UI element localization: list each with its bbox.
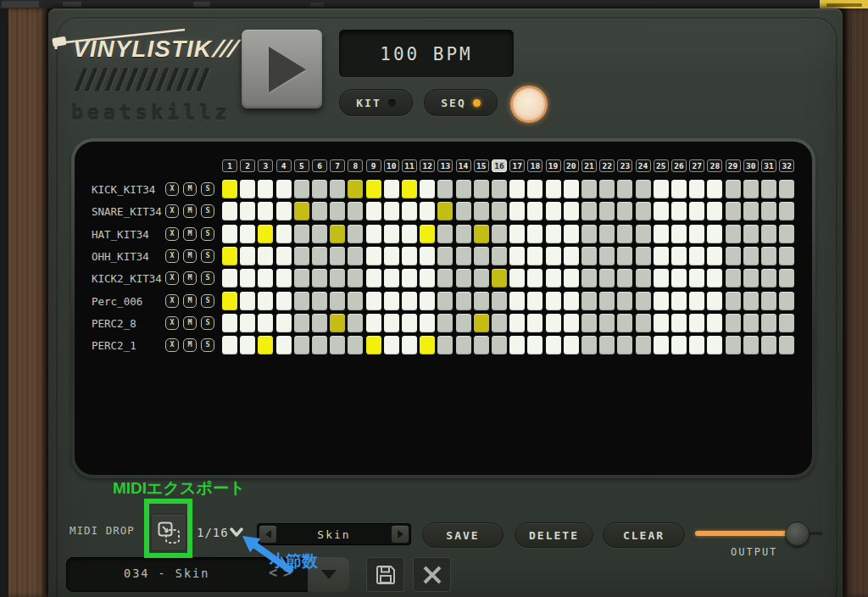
step-cell[interactable] [402, 180, 417, 198]
step-cell[interactable] [707, 314, 722, 332]
step-cell[interactable] [492, 314, 507, 332]
step-header-cell[interactable]: 31 [761, 159, 776, 172]
step-cell[interactable] [330, 269, 345, 287]
step-header-cell[interactable]: 25 [654, 159, 669, 172]
step-cell[interactable] [599, 292, 615, 310]
step-cell[interactable] [581, 292, 597, 310]
step-cell[interactable] [546, 247, 561, 265]
step-cell[interactable] [636, 225, 651, 243]
step-cell[interactable] [258, 202, 273, 220]
step-cell[interactable] [564, 269, 579, 287]
step-cell[interactable] [527, 269, 542, 287]
step-cell[interactable] [707, 180, 722, 198]
step-cell[interactable] [761, 247, 776, 265]
track-x-button[interactable]: X [165, 249, 179, 263]
step-cell[interactable] [294, 314, 309, 332]
step-cell[interactable] [636, 292, 651, 310]
step-cell[interactable] [726, 225, 741, 243]
step-cell[interactable] [437, 336, 453, 354]
step-cell[interactable] [258, 225, 273, 243]
step-cell[interactable] [779, 225, 794, 243]
step-cell[interactable] [384, 269, 399, 287]
step-cell[interactable] [761, 292, 776, 310]
step-cell[interactable] [456, 292, 471, 310]
step-cell[interactable] [636, 314, 651, 332]
track-s-button[interactable]: S [201, 204, 214, 218]
step-cell[interactable] [492, 292, 507, 310]
step-cell[interactable] [402, 202, 417, 220]
step-cell[interactable] [258, 247, 273, 265]
step-cell[interactable] [330, 314, 345, 332]
step-cell[interactable] [546, 180, 561, 198]
step-cell[interactable] [276, 314, 292, 332]
step-cell[interactable] [636, 202, 651, 220]
step-cell[interactable] [509, 269, 525, 287]
step-header-cell[interactable]: 3 [258, 159, 273, 172]
step-header-cell[interactable]: 10 [384, 159, 399, 172]
step-cell[interactable] [564, 247, 579, 265]
track-s-button[interactable]: S [201, 294, 214, 308]
step-cell[interactable] [743, 247, 759, 265]
step-cell[interactable] [312, 269, 327, 287]
step-cell[interactable] [599, 336, 615, 354]
step-cell[interactable] [509, 247, 525, 265]
step-cell[interactable] [474, 180, 489, 198]
step-cell[interactable] [437, 202, 453, 220]
preset-close-button[interactable] [413, 557, 451, 592]
step-cell[interactable] [240, 336, 255, 354]
step-cell[interactable] [348, 225, 363, 243]
step-cell[interactable] [258, 336, 273, 354]
track-m-button[interactable]: M [183, 271, 197, 285]
step-cell[interactable] [509, 225, 525, 243]
step-cell[interactable] [420, 180, 435, 198]
step-cell[interactable] [258, 269, 273, 287]
track-m-button[interactable]: M [183, 204, 197, 218]
step-cell[interactable] [599, 225, 615, 243]
step-cell[interactable] [761, 269, 776, 287]
step-header-cell[interactable]: 23 [617, 159, 632, 172]
step-cell[interactable] [276, 292, 292, 310]
step-header-cell[interactable]: 15 [474, 159, 489, 172]
step-cell[interactable] [384, 225, 399, 243]
step-cell[interactable] [617, 314, 632, 332]
step-cell[interactable] [330, 202, 345, 220]
output-slider-knob[interactable] [785, 522, 810, 546]
step-cell[interactable] [779, 180, 794, 198]
step-cell[interactable] [779, 202, 794, 220]
step-cell[interactable] [222, 336, 237, 354]
step-cell[interactable] [636, 336, 651, 354]
track-x-button[interactable]: X [165, 227, 179, 241]
step-cell[interactable] [689, 314, 704, 332]
step-cell[interactable] [779, 336, 794, 354]
step-cell[interactable] [276, 202, 292, 220]
track-x-button[interactable]: X [165, 294, 179, 308]
step-cell[interactable] [312, 314, 327, 332]
step-cell[interactable] [492, 269, 507, 287]
step-header-cell[interactable]: 9 [366, 159, 381, 172]
step-cell[interactable] [294, 180, 309, 198]
step-cell[interactable] [240, 292, 255, 310]
step-cell[interactable] [527, 202, 542, 220]
track-x-button[interactable]: X [165, 182, 179, 196]
step-cell[interactable] [599, 269, 615, 287]
step-cell[interactable] [366, 336, 381, 354]
step-cell[interactable] [617, 292, 632, 310]
step-cell[interactable] [546, 225, 561, 243]
host-toolbar-button[interactable] [2, 1, 39, 8]
step-cell[interactable] [366, 314, 381, 332]
step-cell[interactable] [312, 292, 327, 310]
step-cell[interactable] [456, 336, 471, 354]
step-cell[interactable] [581, 269, 597, 287]
step-cell[interactable] [707, 247, 722, 265]
step-cell[interactable] [276, 180, 292, 198]
step-cell[interactable] [312, 225, 327, 243]
track-m-button[interactable]: M [183, 294, 197, 308]
step-cell[interactable] [707, 292, 722, 310]
step-cell[interactable] [509, 202, 525, 220]
step-cell[interactable] [671, 292, 687, 310]
step-header-cell[interactable]: 18 [527, 159, 542, 172]
step-cell[interactable] [276, 225, 292, 243]
step-cell[interactable] [437, 314, 453, 332]
step-cell[interactable] [330, 180, 345, 198]
step-cell[interactable] [761, 314, 776, 332]
